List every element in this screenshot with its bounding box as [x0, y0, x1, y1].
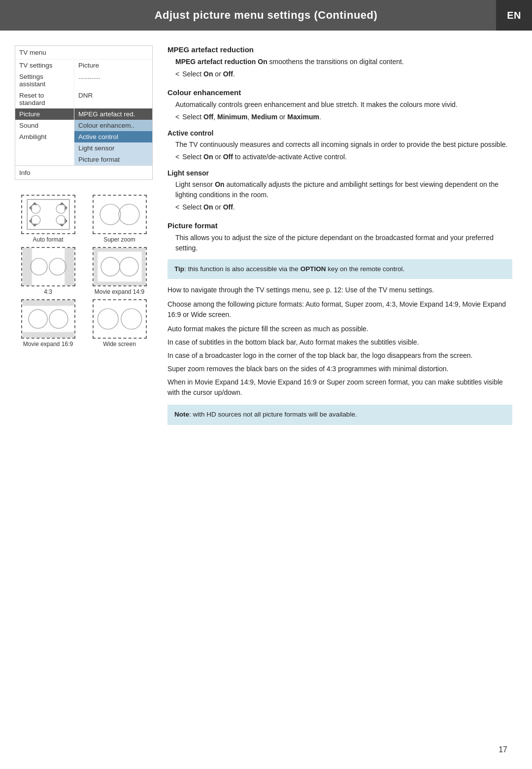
note-box: Note: with HD sources not all picture fo…: [167, 405, 512, 424]
format-label-super-zoom: Super zoom: [103, 236, 135, 243]
menu-left-picture: Picture: [15, 108, 74, 120]
format-label-movie16: Movie expand 16:9: [23, 341, 73, 348]
format-box-super-zoom: [93, 195, 147, 234]
svg-point-24: [120, 257, 138, 276]
svg-rect-20: [94, 281, 145, 285]
menu-right-dots: ............: [74, 71, 152, 90]
format-label-auto: Auto format: [33, 236, 63, 243]
menu-left-empty2: [15, 154, 74, 165]
format-box-movie14: [93, 247, 147, 286]
body-para-7: When in Movie Expand 14:9, Movie Expand …: [167, 377, 512, 398]
arrow-icon-mpeg: <: [175, 69, 179, 79]
menu-left-reset: Reset to standard: [15, 90, 74, 108]
svg-point-12: [56, 215, 66, 225]
menu-row-tv-settings: TV settings Picture: [15, 60, 152, 71]
arrow-icon-active: <: [175, 152, 179, 162]
menu-left-settings-assistant: Settings assistant: [15, 71, 74, 90]
svg-marker-4: [65, 205, 67, 210]
svg-point-14: [119, 204, 139, 225]
mpeg-arrow: < Select On or Off.: [167, 69, 512, 79]
format-box-43: [21, 247, 75, 286]
svg-marker-5: [32, 224, 37, 227]
format-item-43: 4:3: [15, 247, 81, 295]
menu-right-picture: Picture: [74, 60, 152, 71]
svg-rect-22: [141, 248, 145, 285]
arrow-icon-colour: <: [175, 112, 179, 122]
menu-row-picture-format: Picture format: [15, 154, 152, 165]
menu-right-picture-format: Picture format: [74, 154, 152, 165]
menu-right-active-control: Active control: [74, 131, 152, 142]
svg-point-10: [56, 204, 66, 213]
colour-arrow: < Select Off, Minimum, Medium or Maximum…: [167, 112, 512, 122]
mpeg-body: MPEG artefact reduction On smoothens the…: [167, 57, 512, 67]
tip-text: : this function is also accessible via t…: [184, 265, 404, 273]
format-box-wide: [93, 299, 147, 339]
format-item-wide: Wide screen: [86, 299, 153, 348]
menu-row-light-sensor: Light sensor: [15, 142, 152, 154]
menu-row-picture: Picture MPEG artefact red.: [15, 108, 152, 120]
picture-format-body: This allows you to adjust the size of th…: [167, 233, 512, 253]
active-body: The TV continuously measures and correct…: [167, 140, 512, 150]
light-body: Light sensor On automatically adjusts th…: [167, 179, 512, 200]
menu-row-sound: Sound Colour enhancem..: [15, 120, 152, 131]
body-para-2: Choose among the following picture forma…: [167, 299, 512, 320]
language-badge: EN: [496, 0, 532, 31]
body-para-5: In case of a broadcaster logo in the cor…: [167, 350, 512, 361]
svg-point-17: [30, 258, 47, 275]
light-arrow: < Select On or Off.: [167, 202, 512, 212]
page-number: 17: [499, 745, 507, 754]
svg-marker-8: [65, 218, 67, 224]
header-title: Adjust picture menu settings (Continued): [155, 9, 378, 21]
menu-info-row: Info: [15, 166, 152, 179]
svg-marker-6: [29, 218, 32, 224]
svg-marker-1: [32, 202, 37, 205]
body-para-6: Super zoom removes the black bars on the…: [167, 364, 512, 374]
body-para-1: How to navigate through the TV settings …: [167, 285, 512, 295]
svg-rect-26: [22, 332, 74, 338]
svg-point-29: [98, 309, 118, 329]
format-box-movie16: [21, 299, 75, 339]
section-title-mpeg: MPEG artefact reduction: [167, 45, 512, 54]
light-arrow-text: Select On or Off.: [182, 202, 235, 212]
svg-point-28: [49, 310, 67, 328]
colour-arrow-text: Select Off, Minimum, Medium or Maximum.: [182, 112, 321, 122]
svg-point-23: [101, 257, 120, 276]
left-column: TV menu TV settings Picture Settings ass…: [15, 45, 153, 425]
info-label: Info: [19, 169, 31, 176]
menu-left-empty1: [15, 142, 74, 154]
svg-marker-3: [59, 202, 64, 205]
menu-row-settings-assistant: Settings assistant ............: [15, 71, 152, 90]
svg-rect-25: [22, 300, 74, 306]
svg-point-30: [121, 309, 141, 329]
menu-row-reset: Reset to standard DNR: [15, 90, 152, 108]
format-item-auto: Auto format: [15, 195, 81, 243]
note-label: Note: [174, 411, 189, 418]
body-para-4: In case of subtitles in the bottom black…: [167, 337, 512, 348]
format-item-movie14: Movie expand 14:9: [86, 247, 153, 295]
note-text: : with HD sources not all picture format…: [189, 411, 357, 418]
colour-body: Automatically controls green enhancement…: [167, 100, 512, 110]
format-item-super-zoom: Super zoom: [86, 195, 153, 243]
format-item-movie16: Movie expand 16:9: [15, 299, 81, 348]
right-column: MPEG artefact reduction MPEG artefact re…: [167, 45, 512, 425]
menu-right-mpeg: MPEG artefact red.: [74, 108, 152, 120]
svg-rect-21: [94, 248, 98, 285]
svg-marker-2: [29, 205, 32, 210]
menu-left-tv-settings: TV settings: [15, 60, 74, 71]
format-label-wide: Wide screen: [103, 341, 136, 348]
format-illustrations: Auto format Super zoom: [15, 195, 153, 348]
page-header: Adjust picture menu settings (Continued)…: [0, 0, 532, 31]
section-title-active: Active control: [167, 129, 512, 137]
active-arrow: < Select On or Off to activate/de-activa…: [167, 152, 512, 162]
menu-row-ambilight: Ambilight Active control: [15, 131, 152, 142]
format-grid: Auto format Super zoom: [15, 195, 153, 348]
tv-menu: TV menu TV settings Picture Settings ass…: [15, 45, 153, 180]
format-box-auto: [21, 195, 75, 234]
menu-left-sound: Sound: [15, 120, 74, 131]
menu-left-ambilight: Ambilight: [15, 131, 74, 142]
body-para-3: Auto format makes the picture fill the s…: [167, 324, 512, 334]
menu-right-colour: Colour enhancem..: [74, 120, 152, 131]
svg-point-13: [100, 204, 121, 225]
tip-box: Tip: this function is also accessible vi…: [167, 259, 512, 279]
svg-rect-19: [94, 248, 145, 252]
